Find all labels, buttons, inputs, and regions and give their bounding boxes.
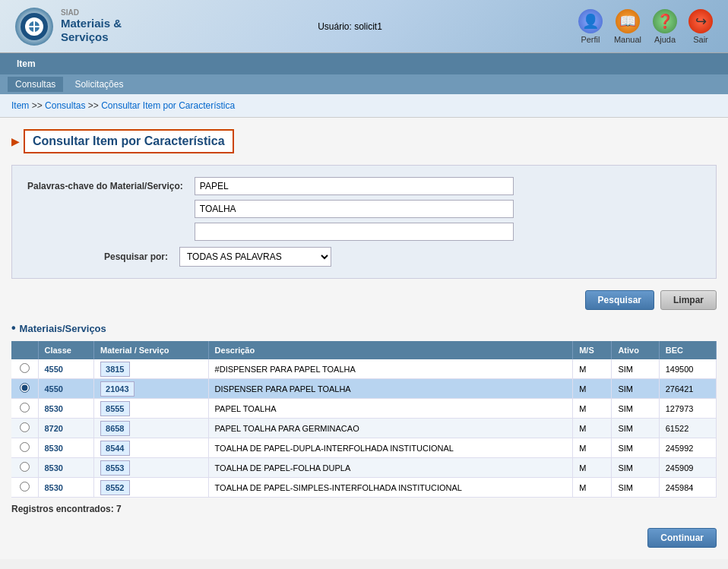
limpar-button[interactable]: Limpar bbox=[660, 290, 717, 310]
row-radio-6[interactable] bbox=[20, 482, 30, 492]
row-descricao: DISPENSER PARA PAPEL TOALHA bbox=[208, 379, 573, 399]
row-descricao: PAPEL TOALHA bbox=[208, 399, 573, 419]
row-ms: M bbox=[573, 399, 612, 419]
row-bec: 127973 bbox=[659, 399, 716, 419]
search-type-select[interactable]: TODAS AS PALAVRAS QUALQUER PALAVRA bbox=[179, 247, 331, 267]
row-radio-0[interactable] bbox=[20, 363, 30, 373]
row-descricao: #DISPENSER PARA PAPEL TOALHA bbox=[208, 359, 573, 379]
section-title-bar: ▶ Consultar Item por Característica bbox=[11, 129, 717, 153]
row-ativo: SIM bbox=[612, 478, 659, 498]
form-label-search: Pesquisar por: bbox=[27, 251, 179, 262]
row-radio-cell[interactable] bbox=[11, 438, 38, 458]
row-ms: M bbox=[573, 438, 612, 458]
action-buttons: Pesquisar Limpar bbox=[11, 290, 717, 310]
keyword-input-2[interactable] bbox=[195, 200, 514, 218]
row-radio-cell[interactable] bbox=[11, 419, 38, 438]
col-material: Material / Serviço bbox=[94, 341, 209, 359]
pesquisar-button[interactable]: Pesquisar bbox=[585, 290, 654, 310]
row-classe: 8530 bbox=[38, 458, 94, 478]
row-radio-1[interactable] bbox=[20, 383, 30, 393]
breadcrumb-current[interactable]: Consultar Item por Característica bbox=[101, 100, 235, 111]
row-classe: 4550 bbox=[38, 359, 94, 379]
table-row[interactable]: 4550 21043 DISPENSER PARA PAPEL TOALHA M… bbox=[11, 379, 717, 399]
sair-icon: ↪ bbox=[688, 9, 713, 33]
keyword-input-1[interactable] bbox=[195, 177, 514, 195]
row-material: 8544 bbox=[94, 438, 209, 458]
table-row[interactable]: 8720 8658 PAPEL TOALHA PARA GERMINACAO M… bbox=[11, 419, 717, 438]
row-classe: 8530 bbox=[38, 399, 94, 419]
second-navigation: Consultas Solicitações bbox=[0, 74, 728, 94]
row-bec: 245992 bbox=[659, 438, 716, 458]
table-row[interactable]: 8530 8553 TOALHA DE PAPEL-FOLHA DUPLA M … bbox=[11, 458, 717, 478]
table-row[interactable]: 8530 8555 PAPEL TOALHA M SIM 127973 bbox=[11, 399, 717, 419]
row-classe: 8530 bbox=[38, 478, 94, 498]
col-ms: M/S bbox=[573, 341, 612, 359]
row-bec: 61522 bbox=[659, 419, 716, 438]
row-radio-cell[interactable] bbox=[11, 478, 38, 498]
row-ativo: SIM bbox=[612, 359, 659, 379]
row-material: 8552 bbox=[94, 478, 209, 498]
row-ms: M bbox=[573, 359, 612, 379]
form-inputs bbox=[195, 177, 701, 241]
top-nav-item[interactable]: Item bbox=[8, 55, 45, 72]
ajuda-nav[interactable]: ❓ Ajuda bbox=[653, 9, 677, 44]
continue-button[interactable]: Continuar bbox=[647, 528, 717, 548]
row-ativo: SIM bbox=[612, 419, 659, 438]
row-radio-cell[interactable] bbox=[11, 399, 38, 419]
bullet-icon: • bbox=[11, 321, 16, 335]
form-row-search: Pesquisar por: TODAS AS PALAVRAS QUALQUE… bbox=[27, 247, 701, 267]
row-radio-cell[interactable] bbox=[11, 458, 38, 478]
row-ms: M bbox=[573, 458, 612, 478]
col-bec: BEC bbox=[659, 341, 716, 359]
row-descricao: PAPEL TOALHA PARA GERMINACAO bbox=[208, 419, 573, 438]
form-row-keywords: Palavras-chave do Material/Serviço: bbox=[27, 177, 701, 241]
row-radio-3[interactable] bbox=[20, 422, 30, 432]
user-info: Usuário: solicit1 bbox=[122, 21, 578, 32]
row-material: 21043 bbox=[94, 379, 209, 399]
keyword-input-3[interactable] bbox=[195, 223, 514, 241]
manual-icon: 📖 bbox=[616, 9, 640, 33]
table-header: Classe Material / Serviço Descrição M/S … bbox=[11, 341, 717, 359]
table-row[interactable]: 8530 8552 TOALHA DE PAPEL-SIMPLES-INTERF… bbox=[11, 478, 717, 498]
row-radio-cell[interactable] bbox=[11, 379, 38, 399]
breadcrumb-item[interactable]: Item bbox=[11, 100, 29, 111]
col-classe: Classe bbox=[38, 341, 94, 359]
section-title-arrow-icon: ▶ bbox=[11, 135, 20, 147]
col-ativo: Ativo bbox=[612, 341, 659, 359]
row-descricao: TOALHA DE PAPEL-FOLHA DUPLA bbox=[208, 458, 573, 478]
col-descricao: Descrição bbox=[208, 341, 573, 359]
row-bec: 276421 bbox=[659, 379, 716, 399]
header-navigation: 👤 Perfil 📖 Manual ❓ Ajuda ↪ Sair bbox=[578, 9, 713, 44]
ajuda-icon: ❓ bbox=[653, 9, 677, 33]
manual-nav[interactable]: 📖 Manual bbox=[614, 9, 641, 44]
breadcrumb: Item >> Consultas >> Consultar Item por … bbox=[0, 94, 728, 118]
top-navigation: Item bbox=[0, 53, 728, 74]
row-descricao: TOALHA DE PAPEL-DUPLA-INTERFOLHADA INSTI… bbox=[208, 438, 573, 458]
row-ms: M bbox=[573, 379, 612, 399]
page-content: ▶ Consultar Item por Característica Pala… bbox=[0, 118, 728, 559]
svg-rect-4 bbox=[33, 17, 35, 36]
row-radio-2[interactable] bbox=[20, 403, 30, 413]
row-ms: M bbox=[573, 478, 612, 498]
row-classe: 8530 bbox=[38, 438, 94, 458]
table-row[interactable]: 4550 3815 #DISPENSER PARA PAPEL TOALHA M… bbox=[11, 359, 717, 379]
nav-consultas[interactable]: Consultas bbox=[8, 77, 63, 92]
row-radio-5[interactable] bbox=[20, 462, 30, 472]
row-radio-4[interactable] bbox=[20, 442, 30, 452]
row-ativo: SIM bbox=[612, 399, 659, 419]
perfil-nav[interactable]: 👤 Perfil bbox=[578, 9, 603, 44]
sair-nav[interactable]: ↪ Sair bbox=[688, 9, 713, 44]
row-radio-cell[interactable] bbox=[11, 359, 38, 379]
nav-solicitacoes[interactable]: Solicitações bbox=[67, 77, 131, 92]
header: SIAD Materiais &Serviços Usuário: solici… bbox=[0, 0, 728, 53]
logo-area: SIAD Materiais &Serviços bbox=[15, 8, 122, 46]
row-classe: 4550 bbox=[38, 379, 94, 399]
row-ms: M bbox=[573, 419, 612, 438]
row-descricao: TOALHA DE PAPEL-SIMPLES-INTERFOLHADA INS… bbox=[208, 478, 573, 498]
records-found: Registros encontrados: 7 bbox=[11, 498, 717, 520]
table-row[interactable]: 8530 8544 TOALHA DE PAPEL-DUPLA-INTERFOL… bbox=[11, 438, 717, 458]
breadcrumb-consultas[interactable]: Consultas bbox=[45, 100, 85, 111]
section-title: Consultar Item por Característica bbox=[24, 129, 234, 153]
row-material: 3815 bbox=[94, 359, 209, 379]
table-body: 4550 3815 #DISPENSER PARA PAPEL TOALHA M… bbox=[11, 359, 717, 498]
